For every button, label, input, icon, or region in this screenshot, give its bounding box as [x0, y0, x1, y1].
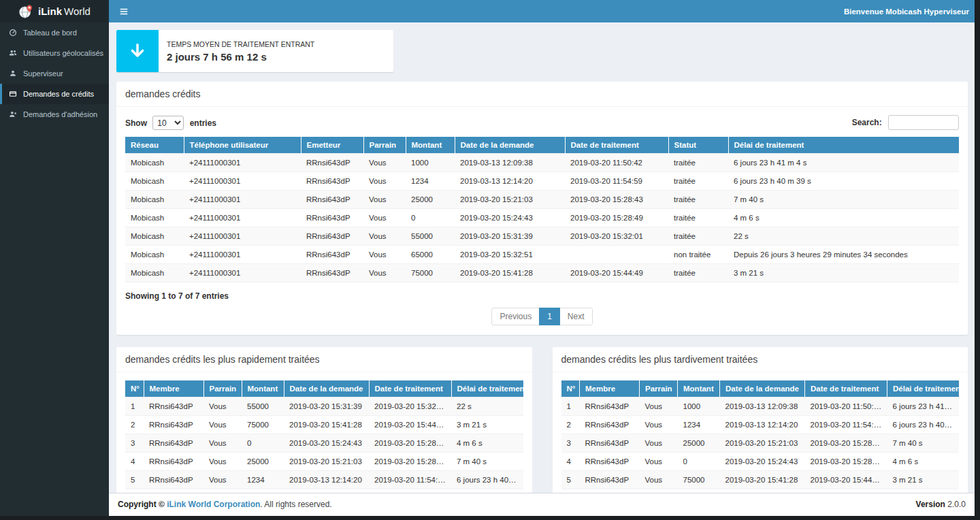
- table-cell: 65000: [406, 246, 455, 264]
- sidebar-item-demandes-de-credits[interactable]: Demandes de crédits: [0, 84, 109, 104]
- column-header[interactable]: Date de traitement: [565, 137, 668, 154]
- table-cell: 2019-03-20 11:54:59: [805, 416, 887, 434]
- brand-name-light: World: [64, 5, 91, 17]
- user-icon: [8, 69, 18, 78]
- company-link[interactable]: iLink World Corporation: [167, 500, 260, 509]
- search-input[interactable]: [888, 115, 959, 130]
- credit-requests-table: RéseauTéléphone utilisateurEmetteurParra…: [125, 137, 959, 282]
- table-cell: RRnsi643dP: [301, 209, 363, 227]
- table-cell: 1000: [678, 397, 720, 416]
- pagination: Previous 1 Next: [125, 308, 959, 325]
- table-cell: Vous: [363, 264, 406, 282]
- table-cell: 55000: [242, 397, 284, 416]
- table-cell: Mobicash: [125, 246, 184, 264]
- users-icon: [8, 49, 18, 57]
- table-cell: Vous: [640, 471, 678, 489]
- panel-body: N°MembreParrainMontantDate de la demande…: [116, 372, 532, 493]
- table-cell: 6 jours 23 h 40 m 39 s: [728, 172, 959, 191]
- column-header: Date de traitement: [805, 380, 887, 397]
- table-row: 3RRnsi643dPVous02019-03-20 15:24:432019-…: [125, 434, 523, 453]
- sidebar-item-utilisateurs-geolocalises[interactable]: Utilisateurs géolocalisés: [0, 43, 109, 63]
- table-cell: +24111000301: [184, 209, 301, 227]
- table-row: Mobicash+24111000301RRnsi643dPVous550002…: [125, 227, 959, 246]
- sidebar-toggle-button[interactable]: [109, 0, 139, 22]
- table-cell: 25000: [242, 453, 284, 471]
- table-cell: 3 m 21 s: [887, 471, 960, 489]
- table-cell: 2019-03-20 15:24:43: [455, 209, 565, 227]
- search-label: Search:: [852, 118, 882, 127]
- table-cell: 6 jours 23 h 40 m 39 s: [887, 416, 960, 434]
- table-cell: RRnsi643dP: [301, 191, 363, 209]
- panel-body: N°MembreParrainMontantDate de la demande…: [553, 372, 968, 493]
- sidebar-item-label: Demandes de crédits: [23, 90, 94, 98]
- column-header[interactable]: Parrain: [363, 137, 406, 154]
- table-cell: traitée: [668, 172, 728, 191]
- column-header[interactable]: Statut: [668, 137, 728, 154]
- table-cell: RRnsi643dP: [144, 416, 203, 434]
- page-size-select[interactable]: 10: [152, 116, 184, 130]
- table-cell: Vous: [640, 434, 678, 453]
- table-cell: RRnsi643dP: [301, 264, 363, 282]
- table-cell: RRnsi643dP: [144, 453, 203, 471]
- table-row: Mobicash+24111000301RRnsi643dPVous02019-…: [125, 209, 959, 227]
- table-cell: 75000: [678, 471, 720, 489]
- sidebar-item-superviseur[interactable]: Superviseur: [0, 63, 109, 84]
- table-cell: 4: [561, 453, 580, 471]
- table-cell: Mobicash: [125, 264, 184, 282]
- table-cell: Vous: [640, 416, 678, 434]
- table-cell: Vous: [203, 471, 242, 489]
- table-cell: 1234: [406, 172, 455, 191]
- table-cell: 2019-03-20 15:44:49: [369, 416, 451, 434]
- table-cell: 2019-03-20 15:32:51: [455, 246, 565, 264]
- column-header: N°: [125, 380, 144, 397]
- bottom-panels-row: demandes crédits les plus rapidement tra…: [116, 347, 968, 493]
- column-header[interactable]: Montant: [406, 137, 455, 154]
- table-cell: 2019-03-20 15:44:49: [805, 471, 887, 489]
- globe-pin-logo-icon: [18, 4, 33, 19]
- table-cell: traitée: [668, 191, 728, 209]
- table-row: 1RRnsi643dPVous550002019-03-20 15:31:392…: [125, 397, 523, 416]
- table-row: 5RRnsi643dPVous750002019-03-20 15:41:282…: [561, 471, 960, 489]
- table-row: Mobicash+24111000301RRnsi643dPVous750002…: [125, 264, 959, 282]
- sidebar-item-demandes-adhesion[interactable]: Demandes d'adhésion: [0, 104, 109, 125]
- vertical-scrollbar[interactable]: [975, 0, 980, 520]
- sidebar-item-label: Demandes d'adhésion: [23, 110, 97, 118]
- table-cell: 2019-03-20 15:28:43: [805, 434, 887, 453]
- table-cell: 2019-03-20 15:32:01: [565, 227, 668, 246]
- brand-logo[interactable]: iLinkWorld: [0, 0, 109, 22]
- hamburger-icon: [119, 7, 129, 16]
- table-cell: Mobicash: [125, 154, 184, 172]
- pagination-next-button[interactable]: Next: [559, 308, 593, 325]
- column-header[interactable]: Délai de traitement: [728, 137, 959, 154]
- table-cell: 0: [406, 209, 455, 227]
- horizontal-scrollbar[interactable]: [0, 516, 980, 520]
- pagination-previous-button[interactable]: Previous: [491, 308, 540, 325]
- infobox-content: TEMPS MOYEN DE TRAITEMENT ENTRANT 2 jour…: [159, 30, 323, 72]
- table-cell: Mobicash: [125, 209, 184, 227]
- table-cell: 2019-03-13 12:09:38: [720, 397, 805, 416]
- slowest-processed-panel: demandes crédits les plus tardivement tr…: [553, 347, 968, 493]
- column-header[interactable]: Date de la demande: [455, 137, 565, 154]
- column-header[interactable]: Emetteur: [301, 137, 363, 154]
- table-cell: 7 m 40 s: [887, 434, 960, 453]
- table-cell: 1234: [242, 471, 284, 489]
- table-cell: Vous: [363, 191, 406, 209]
- table-cell: 4: [125, 453, 144, 471]
- table-cell: 2019-03-20 15:28:43: [369, 453, 451, 471]
- sidebar-item-label: Utilisateurs géolocalisés: [23, 49, 103, 57]
- sidebar-item-tableau-de-bord[interactable]: Tableau de bord: [0, 22, 109, 43]
- table-cell: RRnsi643dP: [580, 416, 640, 434]
- table-cell: traitée: [668, 209, 728, 227]
- panel-title: demandes crédits les plus tardivement tr…: [553, 347, 968, 372]
- main-content: TEMPS MOYEN DE TRAITEMENT ENTRANT 2 jour…: [109, 22, 975, 493]
- table-cell: RRnsi643dP: [301, 154, 363, 172]
- table-row: 5RRnsi643dPVous12342019-03-13 12:14:2020…: [125, 471, 523, 489]
- panel-body: Show 10 entries Search: RéseauTéléphone …: [116, 107, 968, 335]
- column-header[interactable]: Réseau: [125, 137, 184, 154]
- table-cell: Vous: [363, 246, 406, 264]
- column-header[interactable]: Téléphone utilisateur: [184, 137, 301, 154]
- table-cell: RRnsi643dP: [580, 471, 640, 489]
- table-cell: 2: [125, 416, 144, 434]
- dashboard-icon: [8, 29, 18, 37]
- pagination-page-1-button[interactable]: 1: [539, 308, 560, 325]
